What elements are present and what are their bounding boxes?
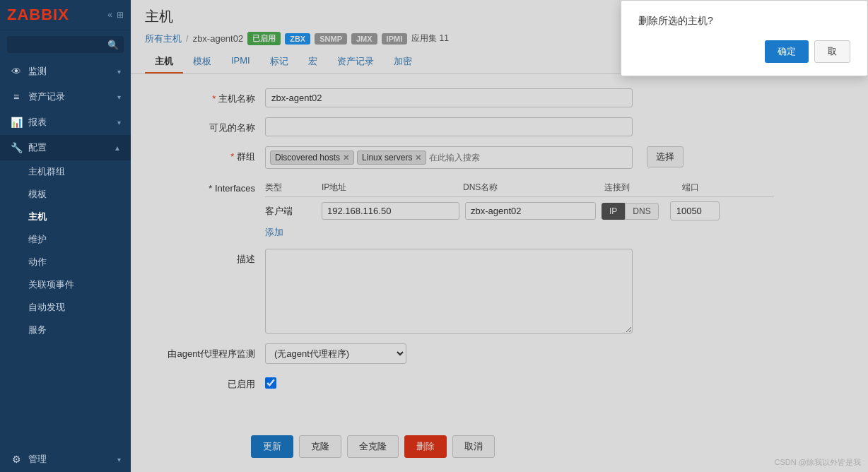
sidebar-item-label: 资产记录 bbox=[28, 90, 117, 103]
admin-icon: ⚙ bbox=[10, 454, 23, 465]
sidebar-item-hostgroups[interactable]: 主机群组 bbox=[0, 160, 131, 183]
chevron-down-icon: ▾ bbox=[117, 456, 121, 464]
sidebar-item-actions[interactable]: 动作 bbox=[0, 251, 131, 273]
dialog-message: 删除所选的主机? bbox=[638, 15, 850, 28]
dialog-confirm-button[interactable]: 确定 bbox=[765, 40, 809, 63]
sidebar-item-label: 监测 bbox=[28, 65, 117, 78]
sidebar-item-hosts[interactable]: 主机 bbox=[0, 206, 131, 228]
chevron-up-icon: ▲ bbox=[114, 144, 121, 152]
dialog-cancel-button[interactable]: 取 bbox=[814, 40, 850, 63]
sidebar-item-maintenance[interactable]: 维护 bbox=[0, 228, 131, 251]
dialog-overlay: 删除所选的主机? 确定 取 bbox=[131, 0, 868, 472]
sidebar-item-correlation[interactable]: 关联项事件 bbox=[0, 273, 131, 296]
sidebar-item-label: 管理 bbox=[28, 453, 117, 466]
logo-area: ZABBIX « ⊞ bbox=[0, 0, 131, 30]
monitor-icon: 👁 bbox=[10, 66, 23, 77]
main-content: 主机 所有主机 / zbx-agent02 已启用 ZBX SNMP JMX I… bbox=[131, 0, 868, 472]
sidebar-item-services[interactable]: 服务 bbox=[0, 319, 131, 341]
sidebar-search-area: 🔍 bbox=[0, 30, 131, 59]
chevron-down-icon: ▾ bbox=[117, 68, 121, 76]
search-icon: 🔍 bbox=[107, 40, 119, 50]
sidebar-item-report[interactable]: 📊 报表 ▾ bbox=[0, 110, 131, 135]
fullscreen-icon[interactable]: ⊞ bbox=[117, 10, 124, 20]
logo-icons: « ⊞ bbox=[107, 10, 124, 20]
sidebar-item-label: 报表 bbox=[28, 116, 117, 129]
search-input[interactable] bbox=[7, 36, 124, 53]
sidebar-item-label: 配置 bbox=[28, 141, 114, 154]
sidebar-item-monitor[interactable]: 👁 监测 ▾ bbox=[0, 59, 131, 84]
dialog-box: 删除所选的主机? 确定 取 bbox=[621, 0, 868, 76]
watermark: CSDN @除我以外皆是我 bbox=[775, 457, 861, 468]
sidebar-item-config[interactable]: 🔧 配置 ▲ bbox=[0, 135, 131, 160]
sidebar-item-admin[interactable]: ⚙ 管理 ▾ bbox=[0, 447, 131, 472]
asset-icon: ≡ bbox=[10, 91, 23, 102]
sidebar-item-templates[interactable]: 模板 bbox=[0, 183, 131, 206]
sidebar-item-autodiscovery[interactable]: 自动发现 bbox=[0, 296, 131, 319]
collapse-icon[interactable]: « bbox=[107, 10, 112, 20]
report-icon: 📊 bbox=[10, 117, 23, 128]
sidebar: ZABBIX « ⊞ 🔍 👁 监测 ▾ ≡ 资产记录 ▾ 📊 报表 ▾ 🔧 配置… bbox=[0, 0, 131, 472]
chevron-down-icon: ▾ bbox=[117, 93, 121, 101]
dialog-btns: 确定 取 bbox=[638, 40, 850, 63]
logo: ZABBIX bbox=[7, 6, 69, 24]
config-icon: 🔧 bbox=[10, 142, 23, 153]
chevron-down-icon: ▾ bbox=[117, 119, 121, 126]
sidebar-item-asset[interactable]: ≡ 资产记录 ▾ bbox=[0, 84, 131, 110]
